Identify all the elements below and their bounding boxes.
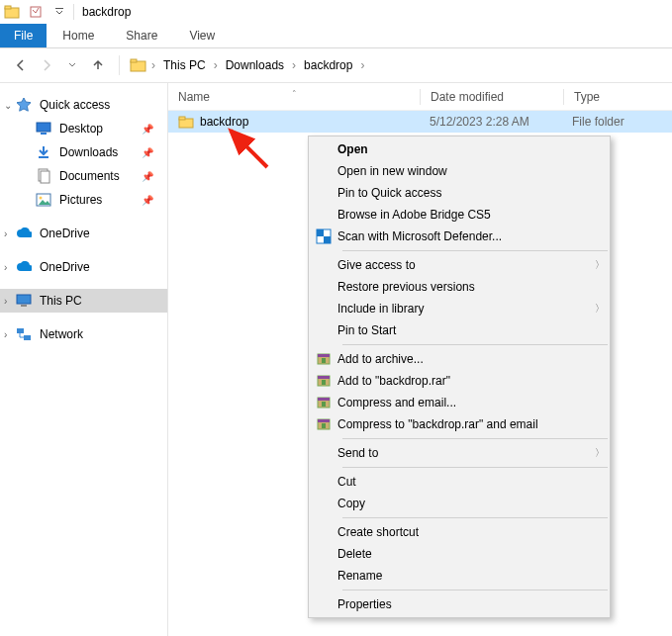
svg-rect-5	[131, 59, 137, 62]
sidebar-item-onedrive[interactable]: › OneDrive	[0, 255, 167, 279]
sidebar-item-this-pc[interactable]: › This PC	[0, 289, 167, 313]
chevron-right-icon: 〉	[591, 302, 609, 316]
breadcrumb-item[interactable]: Downloads	[222, 55, 288, 75]
svg-rect-3	[55, 8, 63, 9]
winrar-icon	[310, 374, 337, 388]
recent-dropdown-icon[interactable]	[61, 54, 83, 76]
sidebar-item-downloads[interactable]: Downloads 📌	[0, 140, 167, 164]
breadcrumb[interactable]: › This PC › Downloads › backdrop ›	[130, 55, 662, 75]
svg-rect-22	[317, 229, 324, 236]
sidebar-item-label: OneDrive	[40, 227, 90, 240]
menu-item-compress-backdrop-email[interactable]: Compress to "backdrop.rar" and email	[310, 413, 609, 435]
menu-item-rename[interactable]: Rename	[310, 565, 609, 587]
file-row[interactable]: backdrop 5/12/2023 2:28 AM File folder	[168, 111, 672, 133]
chevron-right-icon[interactable]: ›	[212, 58, 220, 72]
sidebar-item-quick-access[interactable]: ⌄ Quick access	[0, 93, 167, 117]
svg-rect-31	[318, 398, 330, 401]
network-icon	[16, 326, 32, 342]
menu-item-create-shortcut[interactable]: Create shortcut	[310, 521, 609, 543]
sidebar-item-label: Pictures	[59, 193, 102, 207]
tab-view[interactable]: View	[173, 24, 231, 47]
desktop-icon	[36, 121, 51, 136]
file-date: 5/12/2023 2:28 AM	[420, 115, 562, 129]
column-header-date[interactable]: Date modified	[421, 90, 563, 104]
navbar: › This PC › Downloads › backdrop ›	[0, 48, 672, 82]
up-button[interactable]	[87, 54, 109, 76]
menu-item-add-archive[interactable]: Add to archive...	[310, 348, 609, 370]
menu-item-scan-defender[interactable]: Scan with Microsoft Defender...	[310, 226, 609, 247]
column-header-name[interactable]: ˄ Name	[168, 90, 420, 104]
pin-icon: 📌	[142, 195, 153, 206]
sidebar-item-pictures[interactable]: Pictures 📌	[0, 188, 167, 212]
file-name: backdrop	[200, 115, 248, 129]
menu-item-compress-email[interactable]: Compress and email...	[310, 392, 609, 413]
svg-rect-14	[21, 305, 27, 307]
chevron-right-icon[interactable]: ›	[4, 228, 7, 239]
breadcrumb-item[interactable]: backdrop	[300, 55, 356, 75]
menu-item-pin-start[interactable]: Pin to Start	[310, 319, 609, 341]
pin-icon: 📌	[142, 124, 153, 135]
sidebar-item-label: This PC	[40, 294, 82, 308]
separator	[73, 4, 74, 20]
chevron-right-icon[interactable]: ›	[290, 58, 298, 72]
svg-rect-23	[324, 236, 331, 243]
qat-dropdown-icon[interactable]	[48, 1, 71, 23]
menu-item-include-library[interactable]: Include in library〉	[310, 298, 609, 319]
menu-item-cut[interactable]: Cut	[310, 471, 609, 493]
svg-rect-26	[322, 358, 326, 363]
chevron-right-icon[interactable]: ›	[149, 58, 157, 72]
shield-icon	[310, 228, 337, 244]
breadcrumb-item[interactable]: This PC	[159, 55, 210, 75]
menu-item-copy[interactable]: Copy	[310, 493, 609, 514]
cloud-icon	[16, 226, 32, 241]
pin-icon: 📌	[142, 171, 153, 182]
column-header-type[interactable]: Type	[564, 90, 672, 104]
chevron-right-icon[interactable]: ›	[4, 262, 7, 273]
folder-icon	[130, 57, 147, 73]
tab-share[interactable]: Share	[110, 24, 173, 47]
sidebar-item-documents[interactable]: Documents 📌	[0, 164, 167, 188]
tab-home[interactable]: Home	[47, 24, 110, 47]
svg-line-19	[231, 131, 267, 167]
file-type: File folder	[562, 115, 672, 129]
back-button[interactable]	[10, 54, 32, 76]
menu-item-pin-quick-access[interactable]: Pin to Quick access	[310, 182, 609, 204]
winrar-icon	[310, 417, 337, 431]
svg-rect-34	[318, 419, 330, 422]
winrar-icon	[310, 396, 337, 409]
chevron-right-icon[interactable]: ›	[358, 58, 366, 72]
svg-rect-2	[31, 7, 41, 17]
menu-item-browse-bridge[interactable]: Browse in Adobe Bridge CS5	[310, 204, 609, 226]
winrar-icon	[310, 352, 337, 366]
svg-rect-8	[39, 156, 48, 158]
chevron-right-icon[interactable]: ›	[4, 329, 7, 340]
svg-point-12	[40, 197, 43, 200]
menu-item-send-to[interactable]: Send to〉	[310, 442, 609, 464]
menu-item-give-access[interactable]: Give access to〉	[310, 254, 609, 276]
svg-rect-18	[179, 117, 185, 120]
menu-item-open[interactable]: Open	[310, 138, 609, 160]
sidebar-item-desktop[interactable]: Desktop 📌	[0, 117, 167, 140]
forward-button[interactable]	[36, 54, 57, 76]
sidebar-item-label: Quick access	[40, 98, 110, 112]
sidebar-item-onedrive[interactable]: › OneDrive	[0, 222, 167, 245]
folder-icon	[178, 115, 194, 129]
sidebar-item-label: Documents	[59, 169, 120, 183]
file-tab[interactable]: File	[0, 24, 47, 47]
chevron-down-icon[interactable]: ⌄	[4, 100, 12, 111]
menu-item-open-new-window[interactable]: Open in new window	[310, 160, 609, 182]
qat-properties-icon[interactable]	[24, 1, 48, 23]
titlebar: backdrop	[0, 0, 672, 24]
chevron-right-icon[interactable]: ›	[4, 296, 7, 307]
menu-item-restore-previous[interactable]: Restore previous versions	[310, 276, 609, 298]
svg-rect-25	[318, 354, 330, 357]
svg-rect-15	[17, 328, 24, 333]
menu-item-delete[interactable]: Delete	[310, 543, 609, 565]
menu-item-properties[interactable]: Properties	[310, 593, 609, 615]
column-label: Type	[574, 90, 600, 104]
sidebar-item-network[interactable]: › Network	[0, 322, 167, 346]
menu-item-add-backdrop-rar[interactable]: Add to "backdrop.rar"	[310, 370, 609, 392]
folder-app-icon	[0, 1, 24, 23]
context-menu: Open Open in new window Pin to Quick acc…	[308, 136, 611, 618]
svg-rect-35	[322, 423, 326, 428]
